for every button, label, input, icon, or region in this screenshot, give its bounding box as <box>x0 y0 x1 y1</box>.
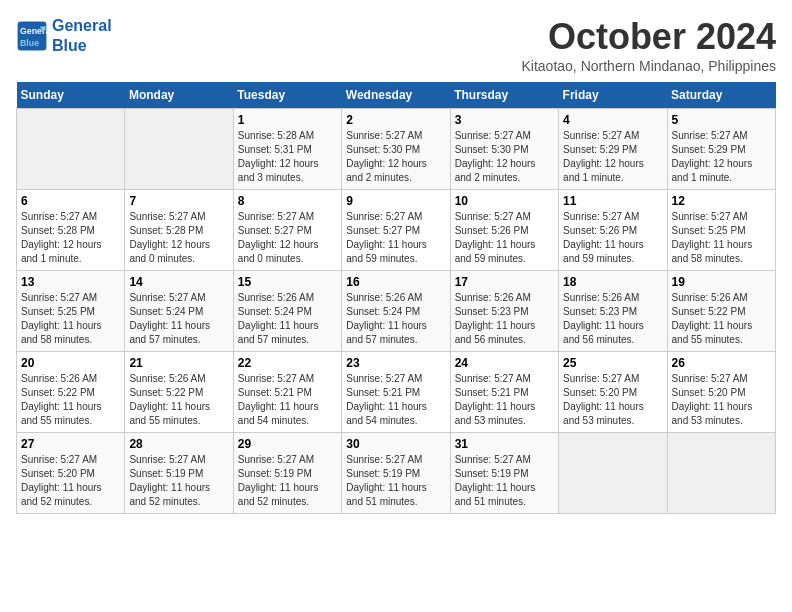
day-info: Sunrise: 5:27 AM Sunset: 5:21 PM Dayligh… <box>238 372 337 428</box>
day-number: 10 <box>455 194 554 208</box>
day-info: Sunrise: 5:27 AM Sunset: 5:29 PM Dayligh… <box>672 129 771 185</box>
day-cell: 28Sunrise: 5:27 AM Sunset: 5:19 PM Dayli… <box>125 433 233 514</box>
day-number: 26 <box>672 356 771 370</box>
day-number: 6 <box>21 194 120 208</box>
day-number: 25 <box>563 356 662 370</box>
day-info: Sunrise: 5:27 AM Sunset: 5:20 PM Dayligh… <box>563 372 662 428</box>
day-cell: 10Sunrise: 5:27 AM Sunset: 5:26 PM Dayli… <box>450 190 558 271</box>
day-cell: 13Sunrise: 5:27 AM Sunset: 5:25 PM Dayli… <box>17 271 125 352</box>
day-info: Sunrise: 5:27 AM Sunset: 5:24 PM Dayligh… <box>129 291 228 347</box>
page-header: General Blue General Blue October 2024 K… <box>16 16 776 74</box>
day-number: 30 <box>346 437 445 451</box>
day-number: 23 <box>346 356 445 370</box>
day-info: Sunrise: 5:27 AM Sunset: 5:19 PM Dayligh… <box>346 453 445 509</box>
day-info: Sunrise: 5:26 AM Sunset: 5:22 PM Dayligh… <box>21 372 120 428</box>
logo-line2: Blue <box>52 37 87 54</box>
day-info: Sunrise: 5:27 AM Sunset: 5:30 PM Dayligh… <box>346 129 445 185</box>
day-number: 21 <box>129 356 228 370</box>
week-row-5: 27Sunrise: 5:27 AM Sunset: 5:20 PM Dayli… <box>17 433 776 514</box>
day-cell: 12Sunrise: 5:27 AM Sunset: 5:25 PM Dayli… <box>667 190 775 271</box>
logo-line1: General <box>52 17 112 34</box>
day-info: Sunrise: 5:27 AM Sunset: 5:20 PM Dayligh… <box>21 453 120 509</box>
day-number: 3 <box>455 113 554 127</box>
week-row-4: 20Sunrise: 5:26 AM Sunset: 5:22 PM Dayli… <box>17 352 776 433</box>
day-info: Sunrise: 5:27 AM Sunset: 5:21 PM Dayligh… <box>455 372 554 428</box>
day-cell: 3Sunrise: 5:27 AM Sunset: 5:30 PM Daylig… <box>450 109 558 190</box>
day-cell: 2Sunrise: 5:27 AM Sunset: 5:30 PM Daylig… <box>342 109 450 190</box>
day-cell: 11Sunrise: 5:27 AM Sunset: 5:26 PM Dayli… <box>559 190 667 271</box>
day-cell: 26Sunrise: 5:27 AM Sunset: 5:20 PM Dayli… <box>667 352 775 433</box>
day-cell: 20Sunrise: 5:26 AM Sunset: 5:22 PM Dayli… <box>17 352 125 433</box>
day-cell: 27Sunrise: 5:27 AM Sunset: 5:20 PM Dayli… <box>17 433 125 514</box>
header-sunday: Sunday <box>17 82 125 109</box>
day-number: 29 <box>238 437 337 451</box>
week-row-2: 6Sunrise: 5:27 AM Sunset: 5:28 PM Daylig… <box>17 190 776 271</box>
day-info: Sunrise: 5:27 AM Sunset: 5:29 PM Dayligh… <box>563 129 662 185</box>
day-cell: 17Sunrise: 5:26 AM Sunset: 5:23 PM Dayli… <box>450 271 558 352</box>
day-info: Sunrise: 5:27 AM Sunset: 5:19 PM Dayligh… <box>238 453 337 509</box>
day-cell: 15Sunrise: 5:26 AM Sunset: 5:24 PM Dayli… <box>233 271 341 352</box>
day-info: Sunrise: 5:26 AM Sunset: 5:24 PM Dayligh… <box>238 291 337 347</box>
day-info: Sunrise: 5:26 AM Sunset: 5:22 PM Dayligh… <box>129 372 228 428</box>
day-number: 24 <box>455 356 554 370</box>
day-number: 5 <box>672 113 771 127</box>
logo: General Blue General Blue <box>16 16 112 56</box>
day-cell <box>17 109 125 190</box>
day-cell: 21Sunrise: 5:26 AM Sunset: 5:22 PM Dayli… <box>125 352 233 433</box>
day-info: Sunrise: 5:27 AM Sunset: 5:25 PM Dayligh… <box>672 210 771 266</box>
day-info: Sunrise: 5:27 AM Sunset: 5:19 PM Dayligh… <box>455 453 554 509</box>
day-info: Sunrise: 5:27 AM Sunset: 5:26 PM Dayligh… <box>563 210 662 266</box>
day-number: 14 <box>129 275 228 289</box>
day-info: Sunrise: 5:27 AM Sunset: 5:21 PM Dayligh… <box>346 372 445 428</box>
logo-icon: General Blue <box>16 20 48 52</box>
day-info: Sunrise: 5:27 AM Sunset: 5:27 PM Dayligh… <box>346 210 445 266</box>
day-info: Sunrise: 5:27 AM Sunset: 5:19 PM Dayligh… <box>129 453 228 509</box>
day-number: 1 <box>238 113 337 127</box>
location: Kitaotao, Northern Mindanao, Philippines <box>522 58 777 74</box>
day-number: 20 <box>21 356 120 370</box>
day-cell: 5Sunrise: 5:27 AM Sunset: 5:29 PM Daylig… <box>667 109 775 190</box>
day-cell: 18Sunrise: 5:26 AM Sunset: 5:23 PM Dayli… <box>559 271 667 352</box>
day-number: 28 <box>129 437 228 451</box>
header-wednesday: Wednesday <box>342 82 450 109</box>
title-block: October 2024 Kitaotao, Northern Mindanao… <box>522 16 777 74</box>
day-number: 7 <box>129 194 228 208</box>
header-saturday: Saturday <box>667 82 775 109</box>
day-cell: 4Sunrise: 5:27 AM Sunset: 5:29 PM Daylig… <box>559 109 667 190</box>
day-cell <box>667 433 775 514</box>
header-monday: Monday <box>125 82 233 109</box>
day-info: Sunrise: 5:27 AM Sunset: 5:20 PM Dayligh… <box>672 372 771 428</box>
calendar-table: SundayMondayTuesdayWednesdayThursdayFrid… <box>16 82 776 514</box>
day-info: Sunrise: 5:28 AM Sunset: 5:31 PM Dayligh… <box>238 129 337 185</box>
week-row-1: 1Sunrise: 5:28 AM Sunset: 5:31 PM Daylig… <box>17 109 776 190</box>
day-info: Sunrise: 5:27 AM Sunset: 5:28 PM Dayligh… <box>21 210 120 266</box>
day-number: 16 <box>346 275 445 289</box>
day-info: Sunrise: 5:26 AM Sunset: 5:23 PM Dayligh… <box>455 291 554 347</box>
day-cell <box>559 433 667 514</box>
day-cell: 6Sunrise: 5:27 AM Sunset: 5:28 PM Daylig… <box>17 190 125 271</box>
day-number: 13 <box>21 275 120 289</box>
day-number: 22 <box>238 356 337 370</box>
day-info: Sunrise: 5:27 AM Sunset: 5:30 PM Dayligh… <box>455 129 554 185</box>
day-cell: 22Sunrise: 5:27 AM Sunset: 5:21 PM Dayli… <box>233 352 341 433</box>
day-number: 17 <box>455 275 554 289</box>
day-number: 18 <box>563 275 662 289</box>
day-number: 15 <box>238 275 337 289</box>
day-info: Sunrise: 5:26 AM Sunset: 5:23 PM Dayligh… <box>563 291 662 347</box>
day-cell: 7Sunrise: 5:27 AM Sunset: 5:28 PM Daylig… <box>125 190 233 271</box>
svg-text:Blue: Blue <box>20 37 39 47</box>
day-cell: 14Sunrise: 5:27 AM Sunset: 5:24 PM Dayli… <box>125 271 233 352</box>
header-row: SundayMondayTuesdayWednesdayThursdayFrid… <box>17 82 776 109</box>
day-number: 11 <box>563 194 662 208</box>
day-cell: 31Sunrise: 5:27 AM Sunset: 5:19 PM Dayli… <box>450 433 558 514</box>
day-info: Sunrise: 5:27 AM Sunset: 5:28 PM Dayligh… <box>129 210 228 266</box>
month-title: October 2024 <box>522 16 777 58</box>
day-cell: 29Sunrise: 5:27 AM Sunset: 5:19 PM Dayli… <box>233 433 341 514</box>
day-cell: 1Sunrise: 5:28 AM Sunset: 5:31 PM Daylig… <box>233 109 341 190</box>
header-tuesday: Tuesday <box>233 82 341 109</box>
header-friday: Friday <box>559 82 667 109</box>
day-cell: 16Sunrise: 5:26 AM Sunset: 5:24 PM Dayli… <box>342 271 450 352</box>
day-cell: 30Sunrise: 5:27 AM Sunset: 5:19 PM Dayli… <box>342 433 450 514</box>
header-thursday: Thursday <box>450 82 558 109</box>
day-cell: 19Sunrise: 5:26 AM Sunset: 5:22 PM Dayli… <box>667 271 775 352</box>
